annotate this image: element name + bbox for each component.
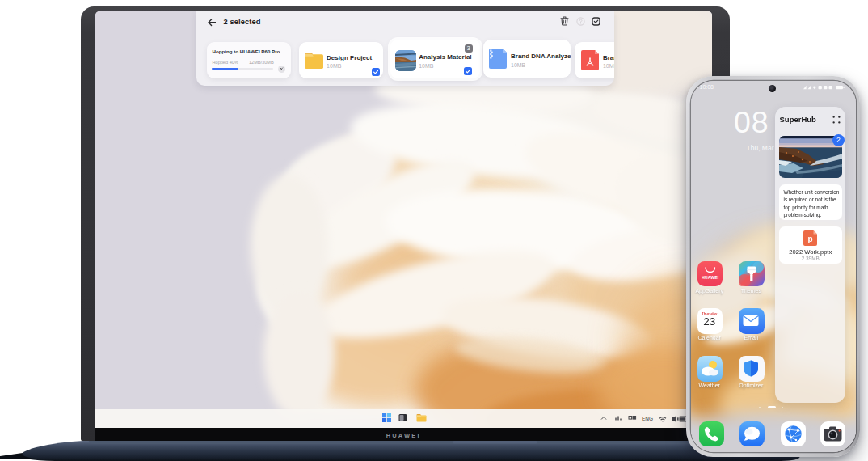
svg-text:p: p xyxy=(807,235,812,243)
svg-text:ENG: ENG xyxy=(642,416,653,421)
svg-text:HUAWEI: HUAWEI xyxy=(702,275,719,280)
